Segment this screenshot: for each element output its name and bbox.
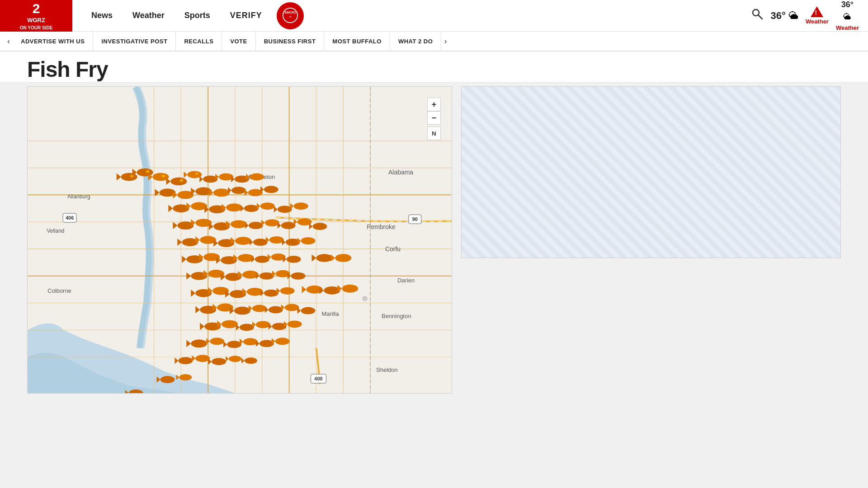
zoom-out-button[interactable]: − — [427, 111, 441, 125]
svg-point-51 — [146, 170, 150, 173]
svg-point-133 — [316, 254, 333, 262]
svg-line-4 — [758, 15, 762, 19]
svg-point-211 — [210, 338, 224, 345]
svg-point-75 — [213, 188, 230, 197]
subnav-vote[interactable]: VOTE — [222, 32, 255, 51]
svg-point-159 — [259, 272, 274, 280]
svg-text:+: + — [289, 15, 291, 19]
svg-point-127 — [269, 236, 284, 244]
svg-point-227 — [229, 356, 241, 362]
svg-point-215 — [243, 338, 258, 345]
svg-point-125 — [253, 239, 268, 246]
svg-point-219 — [275, 338, 290, 345]
weather-warning[interactable]: Weather — [806, 6, 829, 25]
svg-point-189 — [252, 305, 267, 312]
svg-point-231 — [160, 376, 175, 383]
warning-triangle-icon — [811, 6, 823, 18]
svg-point-195 — [301, 307, 316, 314]
nav-logo-plus[interactable]: 2WGRZ + — [277, 2, 304, 29]
map-container[interactable]: 90 400 406 Alabama Pendleton Allanburg V… — [27, 86, 452, 394]
svg-text:Allanburg: Allanburg — [67, 193, 90, 200]
svg-text:Sheldon: Sheldon — [376, 366, 398, 373]
nav-verify[interactable]: VERIFY — [220, 0, 272, 32]
svg-point-95 — [278, 206, 292, 213]
svg-text:90: 90 — [412, 216, 418, 222]
svg-point-93 — [260, 202, 275, 210]
svg-point-60 — [195, 173, 198, 175]
svg-point-163 — [291, 272, 306, 280]
nav-news[interactable]: News — [81, 0, 123, 32]
svg-point-233 — [179, 374, 192, 380]
ad-placeholder — [461, 86, 841, 258]
svg-point-67 — [250, 173, 264, 180]
nav-weather[interactable]: Weather — [123, 0, 175, 32]
svg-point-49 — [137, 168, 153, 176]
cloud-icon: 🌥 — [788, 10, 798, 22]
svg-text:Marilla: Marilla — [321, 311, 339, 318]
main-nav: News Weather Sports VERIFY 2WGRZ + — [72, 0, 751, 32]
map-svg: 90 400 406 Alabama Pendleton Allanburg V… — [28, 87, 452, 393]
svg-point-207 — [288, 320, 302, 328]
search-button[interactable] — [751, 8, 764, 23]
svg-text:400: 400 — [314, 376, 322, 381]
svg-point-115 — [313, 223, 327, 230]
svg-point-245 — [362, 296, 368, 301]
nav-sports[interactable]: Sports — [175, 0, 220, 32]
subnav-what2do[interactable]: WHAT 2 DO — [390, 32, 441, 51]
svg-point-131 — [301, 237, 316, 244]
header-right: 36° 🌥 Weather 36° 🌥 Weather — [751, 0, 868, 31]
weather-label-right: Weather — [836, 24, 859, 31]
subnav-business[interactable]: BUSINESS FIRST — [256, 32, 325, 51]
svg-point-229 — [245, 357, 257, 364]
svg-point-193 — [285, 304, 299, 311]
weather-widget[interactable]: 36° 🌥 — [771, 10, 798, 22]
svg-point-81 — [264, 186, 278, 193]
main-content: 90 400 406 Alabama Pendleton Allanburg V… — [0, 82, 868, 398]
svg-point-123 — [235, 237, 251, 245]
svg-point-221 — [178, 357, 193, 364]
temp-right: 36° — [841, 0, 854, 9]
compass-button[interactable]: N — [427, 127, 441, 140]
header-weather-right[interactable]: 36° 🌥 Weather — [836, 0, 859, 31]
sidebar — [461, 86, 841, 394]
svg-text:Bennington: Bennington — [382, 313, 411, 319]
svg-text:Darien: Darien — [397, 277, 415, 284]
svg-text:Corfu: Corfu — [385, 245, 401, 253]
svg-point-77 — [231, 187, 246, 194]
logo[interactable]: 2 WGRZ ON YOUR SIDE — [0, 0, 72, 32]
temperature: 36° — [771, 10, 786, 22]
page-title-area: Fish Fry — [0, 52, 868, 82]
svg-point-191 — [269, 306, 283, 314]
svg-text:Pembroke: Pembroke — [367, 223, 396, 230]
subnav-left-arrow[interactable]: ‹ — [5, 37, 13, 46]
svg-point-203 — [256, 321, 270, 328]
svg-point-199 — [222, 320, 238, 328]
svg-point-135 — [335, 254, 351, 262]
svg-point-213 — [227, 341, 241, 348]
subnav-mostbuffalo[interactable]: MOST BUFFALO — [324, 32, 390, 51]
subnav-recalls[interactable]: RECALLS — [176, 32, 222, 51]
svg-point-97 — [294, 202, 308, 210]
svg-point-54 — [162, 174, 165, 177]
svg-text:Velland: Velland — [47, 228, 64, 234]
cloud-icon-right: 🌥 — [843, 12, 851, 22]
subnav-advertise[interactable]: ADVERTISE WITH US — [13, 32, 93, 51]
svg-text:406: 406 — [66, 215, 74, 221]
svg-point-169 — [342, 285, 358, 293]
zoom-in-button[interactable]: + — [427, 98, 441, 111]
weather-label: Weather — [806, 18, 829, 25]
subnav-investigative[interactable]: INVESTIGATIVE POST — [93, 32, 176, 51]
main-header: 2 WGRZ ON YOUR SIDE News Weather Sports … — [0, 0, 868, 32]
svg-point-145 — [255, 256, 269, 263]
subnav: ‹ ADVERTISE WITH US INVESTIGATIVE POST R… — [0, 32, 868, 52]
svg-point-55 — [170, 177, 187, 185]
subnav-right-arrow[interactable]: › — [441, 37, 449, 46]
svg-text:Alabama: Alabama — [388, 169, 413, 176]
svg-point-179 — [264, 290, 278, 297]
map-controls: + − N — [427, 98, 441, 140]
svg-point-111 — [281, 222, 296, 229]
svg-text:2WGRZ: 2WGRZ — [284, 10, 297, 14]
svg-point-46 — [121, 173, 137, 181]
svg-point-201 — [240, 324, 254, 331]
svg-point-107 — [249, 222, 263, 229]
